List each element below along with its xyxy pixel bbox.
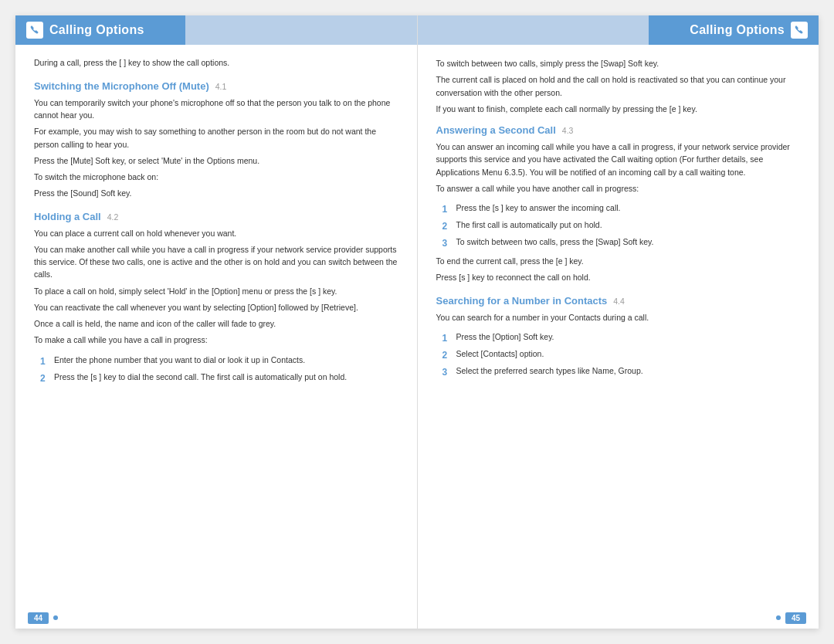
right-header-bar: Calling Options [418,15,819,45]
page-right: Calling Options To switch between two ca… [418,15,819,629]
section-4-4-title: Searching for a Number in Contacts 4.4 [436,295,801,307]
left-footer-left: 44 [28,612,58,624]
list-item: 3 Select the preferred search types like… [442,365,801,379]
page-left: Calling Options During a call, press the… [15,15,418,629]
section-4-2-body: You can place a current call on hold whe… [34,227,398,347]
section-4-3-after-list: To end the current call, press the [e ] … [436,255,801,284]
section-4-3-list: 1 Press the [s ] key to answer the incom… [436,202,801,250]
right-page-footer: 45 [418,607,819,629]
right-intro-body: To switch between two calls, simply pres… [436,57,801,115]
left-intro: During a call, press the [ ] key to show… [34,57,398,69]
left-header-title: Calling Options [49,23,144,37]
section-4-1-title: Switching the Microphone Off (Mute) 4.1 [34,80,398,92]
left-page-footer: 44 [15,607,417,629]
section-4-1: Switching the Microphone Off (Mute) 4.1 … [34,80,398,200]
section-4-3: Answering a Second Call 4.3 You can answ… [436,124,801,284]
left-page-number: 44 [28,612,49,624]
list-item: 1 Press the [s ] key to answer the incom… [442,202,801,216]
list-item: 2 The first call is automatically put on… [442,219,801,233]
section-4-3-body: You can answer an incoming call while yo… [436,141,801,195]
section-4-4-body: You can search for a number in your Cont… [436,311,801,324]
right-phone-icon [791,22,808,39]
section-4-1-body: You can temporarily switch your phone's … [34,97,398,200]
list-item: 2 Select [Contacts] option. [442,348,801,362]
left-header-bar: Calling Options [15,15,417,45]
section-4-2: Holding a Call 4.2 You can place a curre… [34,211,398,385]
left-header-title-block: Calling Options [15,15,185,45]
left-page-content: During a call, press the [ ] key to show… [15,45,417,607]
list-item: 1 Press the [Option] Soft key. [442,331,801,345]
right-page-content: To switch between two calls, simply pres… [418,45,819,607]
page-container: Calling Options During a call, press the… [0,0,834,644]
right-header-title: Calling Options [690,23,785,37]
section-4-4-list: 1 Press the [Option] Soft key. 2 Select … [436,331,801,379]
left-phone-icon [26,22,43,39]
list-item: 1 Enter the phone number that you want t… [40,354,398,368]
list-item: 2 Press the [s ] key to dial the second … [40,371,398,385]
list-item: 3 To switch between two calls, press the… [442,236,801,250]
right-page-number: 45 [785,612,806,624]
right-footer-dot [776,615,781,620]
left-footer-dot [53,615,58,620]
section-4-2-title: Holding a Call 4.2 [34,211,398,222]
left-header-filler [185,15,417,45]
right-header-filler [418,15,649,45]
section-4-3-title: Answering a Second Call 4.3 [436,124,801,136]
section-4-4: Searching for a Number in Contacts 4.4 Y… [436,295,801,379]
section-4-2-list: 1 Enter the phone number that you want t… [34,354,398,385]
right-header-title-block: Calling Options [649,15,819,45]
spread: Calling Options During a call, press the… [15,15,819,629]
right-footer-right: 45 [776,612,806,624]
